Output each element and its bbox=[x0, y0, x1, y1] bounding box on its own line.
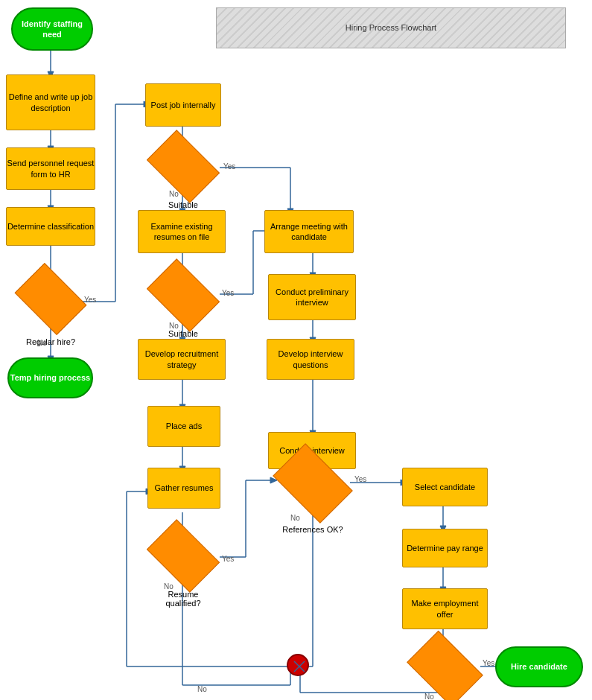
label-no-references: No bbox=[290, 514, 300, 522]
conduct-prelim-node: Conduct preliminary interview bbox=[268, 274, 356, 320]
define-node: Define and write up job description bbox=[6, 74, 95, 130]
candidate-accepts-node: Candidate accepts? bbox=[413, 646, 477, 691]
gather-resumes-node: Gather resumes bbox=[147, 468, 220, 509]
label-yes-regular: Yes bbox=[84, 296, 96, 304]
references-ok-node: References OK? bbox=[279, 460, 346, 506]
resume-qualified-node: Resume qualified? bbox=[153, 535, 214, 577]
label-yes-candidate: Yes bbox=[483, 659, 494, 667]
label-yes-references: Yes bbox=[354, 475, 366, 483]
suitable1-node: Suitable candidate? bbox=[153, 145, 214, 188]
hire-candidate-node: Hire candidate bbox=[495, 646, 583, 687]
select-candidate-node: Select candidate bbox=[402, 468, 488, 506]
temp-process-node: Temp hiring process bbox=[7, 357, 93, 398]
place-ads-node: Place ads bbox=[147, 406, 220, 447]
label-no-bottom: No bbox=[197, 685, 207, 693]
connector-circle bbox=[287, 654, 309, 676]
flowchart-container: Hiring Process Flowchart bbox=[0, 0, 592, 700]
arrange-meeting-node: Arrange meeting with candidate bbox=[264, 210, 354, 253]
examine-resumes-node: Examine existing resumes on file bbox=[138, 210, 226, 253]
determine-class-node: Determine classification bbox=[6, 207, 95, 246]
send-personnel-node: Send personnel request form to HR bbox=[6, 147, 95, 190]
label-no-suitable2: No bbox=[169, 322, 179, 330]
develop-recruitment-node: Develop recruitment strategy bbox=[138, 339, 226, 380]
label-no-resume: No bbox=[164, 582, 174, 591]
develop-questions-node: Develop interview questions bbox=[267, 339, 354, 380]
post-job-node: Post job internally bbox=[145, 83, 221, 127]
suitable2-node: Suitable candidate? bbox=[153, 274, 214, 316]
identify-node: Identify staffing need bbox=[11, 7, 93, 51]
make-offer-node: Make employment offer bbox=[402, 588, 488, 629]
title-box: Hiring Process Flowchart bbox=[216, 7, 566, 48]
flowchart-title: Hiring Process Flowchart bbox=[346, 22, 436, 33]
label-yes-suitable1: Yes bbox=[223, 162, 235, 171]
label-yes-resume: Yes bbox=[222, 555, 234, 563]
label-yes-suitable2: Yes bbox=[222, 289, 234, 297]
regular-hire-node: Regular hire? bbox=[21, 278, 80, 320]
label-no-suitable1: No bbox=[169, 190, 179, 198]
label-no-regular: No bbox=[37, 339, 47, 347]
determine-pay-node: Determine pay range bbox=[402, 529, 488, 567]
label-no-candidate: No bbox=[424, 693, 434, 700]
